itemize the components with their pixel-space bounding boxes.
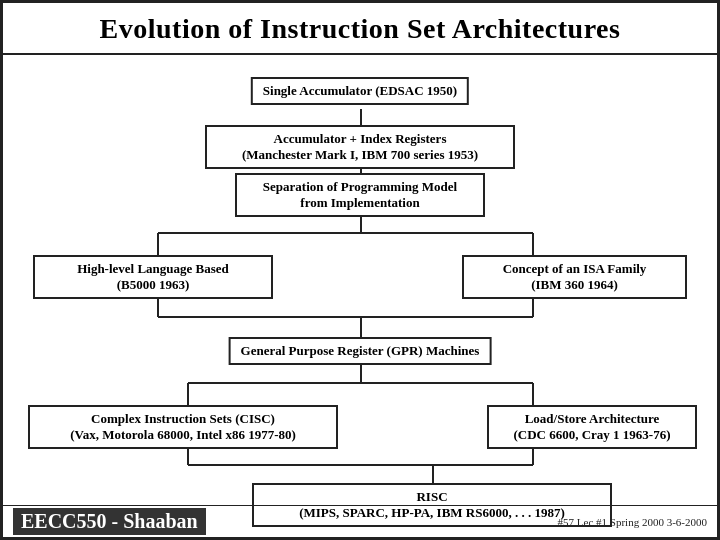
box-separation: Separation of Programming Modelfrom Impl… xyxy=(235,173,485,217)
box-highlevel: High-level Language Based(B5000 1963) xyxy=(33,255,273,299)
box-loadstore: Load/Store Architecture(CDC 6600, Cray 1… xyxy=(487,405,697,449)
footer-brand: EECC550 - Shaaban xyxy=(13,508,206,535)
box-cisc: Complex Instruction Sets (CISC)(Vax, Mot… xyxy=(28,405,338,449)
box-edsac: Single Accumulator (EDSAC 1950) xyxy=(251,77,469,105)
box-accum: Accumulator + Index Registers(Manchester… xyxy=(205,125,515,169)
slide: Evolution of Instruction Set Architectur… xyxy=(0,0,720,540)
box-gpr: General Purpose Register (GPR) Machines xyxy=(229,337,492,365)
footer-info: #57 Lec #1 Spring 2000 3-6-2000 xyxy=(558,516,707,528)
box-concept: Concept of an ISA Family(IBM 360 1964) xyxy=(462,255,687,299)
footer: EECC550 - Shaaban #57 Lec #1 Spring 2000… xyxy=(3,505,717,537)
slide-content: Single Accumulator (EDSAC 1950) Accumula… xyxy=(3,55,717,537)
slide-title: Evolution of Instruction Set Architectur… xyxy=(3,3,717,55)
